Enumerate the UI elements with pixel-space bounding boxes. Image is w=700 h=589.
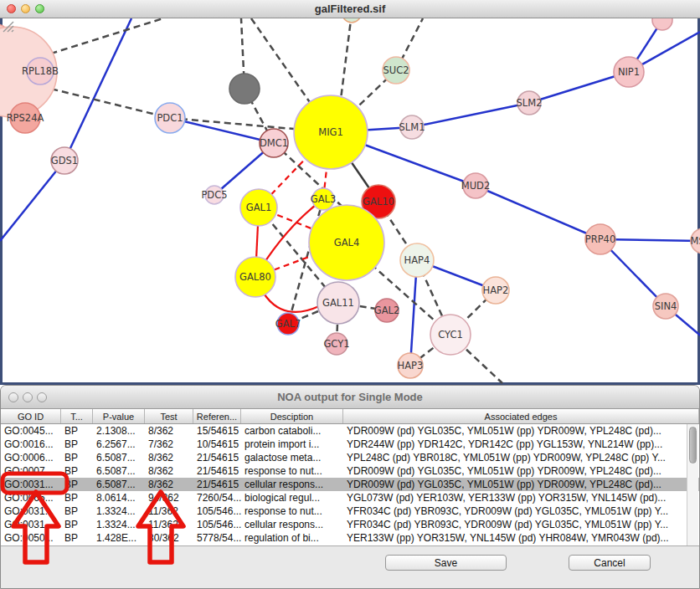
node-label: DMC1: [260, 137, 288, 149]
node-label: MUD2: [461, 180, 491, 192]
node-label: CYC1: [438, 329, 463, 341]
cell-p_value: 6.5087...: [93, 479, 145, 490]
cell-type: BP: [61, 532, 93, 544]
results-table[interactable]: GO:0045...BP2.1308...8/36215/54615carbon…: [1, 424, 699, 546]
cell-test: 11/362: [145, 505, 193, 517]
cell-edges: YFR034C (pd) YBR093C, YDR009W (pd) YGL03…: [343, 505, 699, 517]
cell-type: BP: [61, 465, 93, 477]
cell-p_value: 1.3324...: [93, 519, 145, 530]
table-row[interactable]: GO:0031...BP6.5087...8/36221/54615cellul…: [1, 478, 699, 491]
cell-type: BP: [61, 479, 93, 490]
scrollbar-thumb[interactable]: [689, 427, 697, 464]
table-row[interactable]: GO:0065...BP8.0614...94/3627260/54...bio…: [1, 491, 699, 504]
cell-test: 8/362: [145, 425, 193, 437]
topcenter-node[interactable]: [342, 18, 361, 23]
node-label: SUC2: [383, 64, 409, 76]
cell-edges: YPL248C (pd) YBR018C, YML051W (pp) YDR00…: [343, 452, 699, 464]
save-button[interactable]: Save: [385, 555, 507, 571]
cell-edges: YDR244W (pp) YDR142C, YDR142C (pp) YGL15…: [343, 438, 699, 450]
cell-go_id: GO:0050...: [1, 532, 61, 544]
results-table-header[interactable]: GO IDT...P-valueTestReferen...Desciption…: [1, 409, 699, 424]
column-header-test[interactable]: Test: [145, 409, 193, 423]
column-header-go-id[interactable]: GO ID: [1, 409, 61, 423]
node-label: PRP40: [585, 233, 616, 245]
close-button[interactable]: [7, 4, 16, 13]
cell-p_value: 1.3324...: [93, 505, 145, 517]
cell-p_value: 6.5087...: [93, 452, 145, 464]
network-edge[interactable]: [0, 161, 64, 241]
minimize-button-inactive[interactable]: [23, 392, 33, 402]
node-label: GAL3: [311, 193, 337, 205]
cell-go_id: GO:0065...: [1, 492, 61, 504]
cell-description: carbon cataboli...: [241, 425, 343, 437]
cell-type: BP: [61, 438, 93, 450]
noa-output-window: NOA output for Single Mode GO IDT...P-va…: [0, 385, 700, 589]
table-row[interactable]: GO:0031...BP1.3324...11/362105/546...cel…: [1, 518, 699, 531]
node-label: GDS1: [51, 155, 78, 166]
node-label: HAP2: [483, 284, 509, 296]
cell-test: 94/362: [145, 492, 193, 504]
close-button-inactive[interactable]: [8, 392, 18, 402]
cancel-button[interactable]: Cancel: [569, 555, 651, 571]
node-label: GAL7: [275, 318, 301, 330]
network-edge[interactable]: [40, 18, 163, 57]
zoom-button-inactive[interactable]: [37, 392, 47, 402]
cell-edges: YDR009W (pd) YGL035C, YML051W (pp) YDR00…: [343, 479, 699, 490]
cell-reference: 5778/54...: [193, 532, 241, 544]
gray-node[interactable]: [229, 74, 260, 104]
network-edge[interactable]: [170, 118, 274, 143]
cell-edges: YDR009W (pd) YGL035C, YML051W (pp) YDR00…: [343, 425, 699, 437]
cell-type: BP: [61, 452, 93, 464]
cell-description: response to nut...: [241, 465, 343, 477]
cell-reference: 15/54615: [193, 425, 241, 437]
column-header-desciption[interactable]: Desciption: [241, 409, 343, 423]
resize-grip-icon[interactable]: [0, 18, 15, 33]
table-row[interactable]: GO:0006...BP6.5087...8/36221/54615galact…: [1, 451, 699, 464]
zoom-button[interactable]: [35, 4, 44, 13]
cell-test: 8/362: [145, 465, 193, 477]
table-scrollbar[interactable]: [687, 424, 698, 545]
node-label: GAL2: [374, 305, 400, 316]
node-label: GAL10: [363, 196, 394, 207]
column-header-p-value[interactable]: P-value: [93, 409, 145, 423]
network-edge[interactable]: [476, 186, 600, 239]
cell-type: BP: [61, 519, 93, 530]
table-row[interactable]: GO:0050...BP1.428E...80/3625778/54...reg…: [1, 531, 699, 545]
cell-type: BP: [61, 505, 93, 517]
cell-type: BP: [61, 425, 93, 437]
cell-edges: YDR009W (pd) YGL035C, YML051W (pp) YDR00…: [343, 465, 699, 477]
network-canvas[interactable]: RPL18BRPS24AGDS1PDC1DMC1MIG1PDC5GAL1GAL3…: [0, 18, 700, 385]
cell-description: galactose meta...: [241, 452, 343, 464]
column-header-t-[interactable]: T...: [61, 409, 93, 423]
column-header-associated-edges[interactable]: Associated edges: [343, 409, 699, 423]
topright-node[interactable]: [652, 18, 672, 30]
node-label: PDC1: [157, 112, 183, 124]
node-label: GAL80: [239, 271, 271, 283]
node-label: GAL4: [334, 237, 360, 248]
minimize-button[interactable]: [21, 4, 30, 13]
node-label: NIP1: [618, 66, 640, 78]
main-window-title: galFiltered.sif: [315, 3, 386, 15]
cell-p_value: 8.0614...: [93, 492, 145, 504]
table-row[interactable]: GO:0045...BP2.1308...8/36215/54615carbon…: [1, 424, 699, 438]
cell-reference: 105/546...: [193, 519, 241, 530]
node-label: HAP3: [398, 360, 424, 371]
node-label: RPS24A: [7, 112, 44, 124]
cell-go_id: GO:0045...: [1, 425, 61, 437]
node-label: HAP4: [404, 254, 430, 266]
cell-reference: 7260/54...: [193, 492, 241, 504]
cell-reference: 105/546...: [193, 505, 241, 517]
cell-test: 11/362: [145, 519, 193, 530]
cell-description: regulation of bi...: [241, 532, 343, 544]
network-view-panel[interactable]: RPL18BRPS24AGDS1PDC1DMC1MIG1PDC5GAL1GAL3…: [0, 18, 700, 385]
cell-test: 80/362: [145, 532, 193, 544]
noa-titlebar: NOA output for Single Mode: [1, 386, 699, 409]
cell-test: 8/362: [145, 452, 193, 464]
table-row[interactable]: GO:0031...BP1.3324...11/362105/546...res…: [1, 504, 699, 518]
table-row[interactable]: GO:0007...BP6.5087...8/36221/54615respon…: [1, 464, 699, 478]
cell-edges: YFR034C (pd) YBR093C, YDR009W (pd) YGL03…: [343, 519, 699, 530]
column-header-referen-[interactable]: Referen...: [193, 409, 241, 423]
table-row[interactable]: GO:0016...BP6.2567...7/36210/54615protei…: [1, 438, 699, 451]
cell-description: response to nut...: [241, 505, 343, 517]
network-edge[interactable]: [412, 103, 529, 127]
